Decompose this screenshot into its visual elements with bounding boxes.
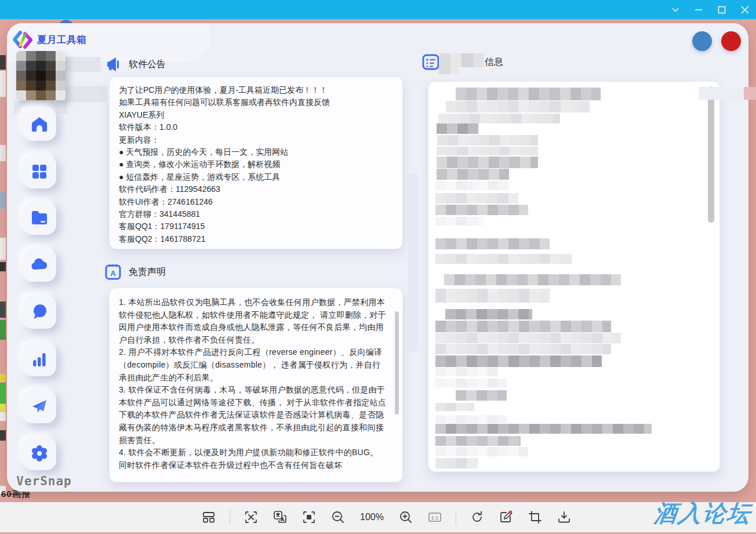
rotate-button[interactable] (469, 509, 485, 525)
zoom-out-button[interactable] (330, 509, 346, 525)
ocr-icon (243, 510, 259, 525)
minimize-button[interactable] (691, 2, 706, 17)
screen: 60画报 (0, 0, 756, 534)
redacted-row (437, 147, 538, 155)
edit-icon (499, 510, 514, 525)
redacted-row (435, 238, 550, 249)
zoom-in-button[interactable] (398, 509, 414, 525)
announcement-line: 软件UI作者：2746161246 (119, 196, 393, 208)
redacted-row (435, 424, 652, 434)
sidebar-item-settings[interactable] (23, 437, 56, 470)
redacted-row (435, 436, 521, 446)
avatar-censor-spill (65, 86, 107, 102)
disclaimer-paragraph: 1. 本站所出品软件仅为电脑工具，也不会收集任何用户数据，严禁利用本软件侵犯他人… (119, 296, 388, 346)
announcement-line: 客服QQ2：1461788721 (119, 233, 393, 245)
forum-watermark: 酒入论坛 (652, 497, 753, 529)
sidebar-item-cloud[interactable] (23, 248, 56, 282)
layout-icon (201, 510, 216, 525)
announcement-line: 软件代码作者：1129542663 (119, 183, 393, 195)
app-title: 夏月工具箱 (37, 33, 86, 46)
redacted-row (435, 181, 509, 190)
redacted-row (446, 101, 590, 112)
toolbar-divider (230, 510, 230, 525)
document-a-icon: A (104, 263, 122, 281)
announcement-header: 软件公告 (104, 56, 166, 73)
fullscreen-button[interactable] (301, 509, 317, 525)
sidebar-item-send[interactable] (23, 390, 56, 423)
home-icon (30, 115, 49, 133)
crop-button[interactable] (527, 509, 543, 525)
announcement-line: XIAYUE系列 (119, 109, 393, 121)
layout-button[interactable] (201, 509, 217, 525)
announcement-line: 软件版本：1.0.0 (119, 121, 393, 133)
apps-grid-icon (31, 163, 48, 180)
app-window: 夏月工具箱 (7, 23, 748, 492)
app-logo-icon (12, 29, 34, 51)
redacted-row (437, 135, 538, 146)
download-button[interactable] (556, 509, 572, 525)
close-circle-button[interactable] (721, 31, 741, 51)
disclaimer-scrollbar[interactable] (395, 311, 399, 415)
zoom-level[interactable]: 100% (359, 512, 385, 522)
ocr-button[interactable] (243, 509, 259, 525)
announcement-line: 官方群聊：341445881 (119, 208, 393, 220)
gear-icon (30, 444, 49, 463)
zoom-out-icon (330, 510, 346, 525)
crop-icon (528, 510, 543, 525)
redacted-row (456, 88, 601, 100)
edit-button[interactable] (498, 509, 514, 525)
download-icon (557, 510, 572, 525)
close-button[interactable] (737, 2, 753, 17)
translate-icon (272, 510, 288, 525)
disclaimer-card: 1. 本站所出品软件仅为电脑工具，也不会收集任何用户数据，严禁利用本软件侵犯他人… (109, 288, 403, 482)
announcement-line: 为了让PC用户的使用体验，夏月-工具箱近期已发布！！！ (119, 84, 393, 96)
announcement-line: ● 短信轰炸，星座运势，游戏专区，系统工具 (119, 171, 393, 183)
user-avatar[interactable] (16, 51, 66, 100)
maximize-button[interactable] (714, 2, 729, 17)
translate-button[interactable] (272, 509, 288, 525)
sysinfo-scrollbar[interactable] (708, 86, 714, 223)
folder-icon (30, 209, 49, 227)
versnap-watermark: VerSnap (7, 474, 81, 488)
announcement-line: ● 查询类，修改小米运动手环数据，解析视频 (119, 158, 393, 170)
sidebar-item-files[interactable] (23, 201, 56, 235)
svg-text:A: A (110, 269, 116, 278)
rotate-icon (470, 510, 485, 525)
redacted-row (437, 123, 478, 134)
redacted-row (435, 379, 507, 387)
overlay-artifact (744, 87, 756, 100)
one-to-one-icon: 1:1 (427, 510, 442, 525)
config-list-icon (421, 52, 441, 72)
announcement-line: 客服QQ1：1791174915 (119, 220, 393, 233)
toolbar-divider (456, 510, 456, 525)
redacted-row (456, 390, 507, 401)
redacted-row (435, 321, 611, 332)
censor-band (458, 67, 591, 77)
chat-bubble-icon (30, 303, 49, 321)
announcement-line: ● 天气预报，历史的今天，每日一文，实用网站 (119, 146, 393, 158)
one-to-one-button[interactable]: 1:1 (427, 509, 443, 525)
redacted-row (435, 217, 484, 226)
redacted-row (438, 114, 560, 123)
redacted-row (435, 415, 507, 423)
redacted-row (437, 157, 538, 168)
redacted-row (435, 254, 572, 264)
chevron-down-icon[interactable] (668, 2, 683, 17)
os-titlebar (0, 0, 756, 19)
sidebar-item-home[interactable] (23, 107, 56, 141)
redacted-row (435, 289, 550, 303)
disclaimer-paragraph: 2. 用户不得对本软件产品进行反向工程（reverse engineer）、反向… (119, 346, 388, 384)
redacted-row (435, 205, 528, 215)
page-scrollbar[interactable] (408, 173, 418, 353)
info-circle-button[interactable] (692, 31, 712, 51)
image-viewer-toolbar: 100% 1:1 (0, 502, 756, 532)
svg-text:1:1: 1:1 (431, 515, 439, 521)
sidebar-item-chat[interactable] (23, 295, 56, 329)
fullscreen-icon (301, 510, 317, 525)
disclaimer-header: A 免责声明 (104, 263, 166, 281)
sidebar-item-stats[interactable] (23, 343, 56, 376)
announcement-line: 如果工具箱有任何问题可以联系客服或者再软件内直接反馈 (119, 96, 393, 108)
sidebar-item-apps[interactable] (23, 155, 56, 188)
redacted-row (435, 355, 602, 367)
announcement-card: 为了让PC用户的使用体验，夏月-工具箱近期已发布！！！如果工具箱有任何问题可以联… (109, 77, 403, 249)
